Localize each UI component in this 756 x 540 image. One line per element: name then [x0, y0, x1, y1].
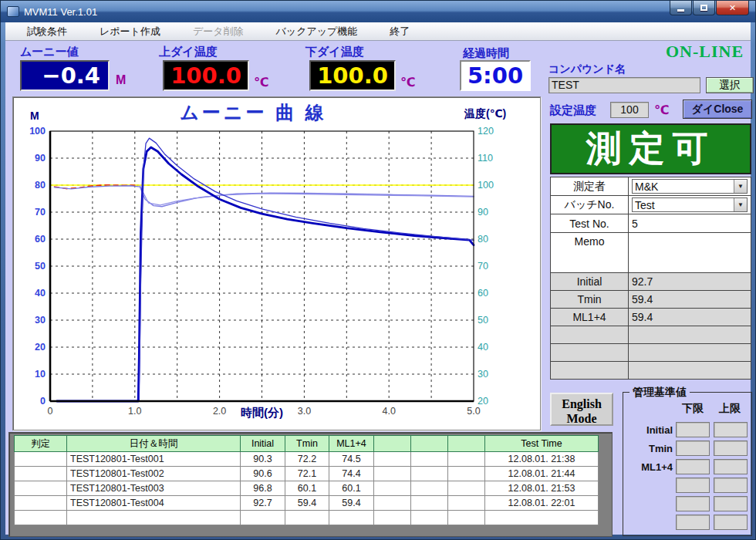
cell	[448, 511, 485, 525]
set-temp-label: 設定温度	[550, 103, 596, 118]
axis-tick-label: 0	[40, 396, 46, 407]
history-header-blank	[374, 436, 411, 452]
limit-input[interactable]	[714, 478, 748, 493]
cell: 72.2	[285, 452, 329, 467]
client-area: ムーニー値 −0.4 M 上ダイ温度 100.0 ℃ 下ダイ温度 100.0 ℃…	[5, 41, 751, 535]
cell: 12.08.01. 22:01	[485, 496, 599, 511]
limit-row-label-tmin: Tmin	[623, 443, 673, 454]
limit-input[interactable]	[676, 459, 710, 474]
cell: 74.5	[329, 452, 374, 467]
english-mode-button[interactable]: EnglishMode	[550, 393, 613, 426]
table-row[interactable]: TEST120801-Test00492.759.459.412.08.01. …	[15, 496, 599, 511]
close-button[interactable]: ✕	[716, 1, 749, 15]
axis-tick-label: 20	[35, 342, 46, 353]
history-panel: 判定日付＆時間InitialTminML1+4Test Time TEST120…	[8, 432, 613, 537]
cell	[485, 511, 599, 525]
maximize-button[interactable]	[693, 1, 715, 15]
measure-status-indicator: 測定可	[550, 123, 751, 174]
app-icon	[7, 6, 19, 17]
chevron-down-icon[interactable]: ▼	[734, 198, 747, 211]
cell	[15, 481, 67, 496]
limit-input[interactable]	[676, 440, 710, 456]
operator-combo[interactable]: M&K ▼	[632, 179, 748, 194]
empty-row	[551, 326, 629, 344]
cell	[411, 452, 448, 467]
axis-tick-label: 20	[478, 396, 488, 407]
menu-backup[interactable]: バックアップ機能	[265, 22, 369, 41]
memo-field[interactable]	[629, 233, 751, 273]
axis-tick-label: 30	[478, 369, 488, 380]
history-header-blank	[448, 436, 485, 452]
cell	[374, 496, 411, 511]
cell	[15, 467, 67, 481]
empty-row	[551, 362, 629, 380]
result-initial-label: Initial	[551, 273, 629, 291]
history-header-Initial: Initial	[241, 436, 285, 452]
cell: 96.8	[241, 481, 285, 496]
history-header-判定: 判定	[15, 436, 67, 452]
table-row[interactable]: TEST120801-Test00290.672.174.412.08.01. …	[15, 467, 599, 481]
control-limits-title: 管理基準値	[629, 386, 690, 400]
minimize-button[interactable]	[670, 1, 692, 15]
history-header-blank	[411, 436, 448, 452]
cell	[285, 511, 329, 525]
cell: 59.4	[285, 496, 329, 511]
menu-test-conditions[interactable]: 試験条件	[16, 22, 78, 41]
set-temp-field[interactable]: 100	[610, 102, 649, 118]
cell	[374, 467, 411, 481]
close-icon: ✕	[729, 3, 736, 13]
axis-tick-label: 120	[478, 126, 494, 137]
cell: 92.7	[241, 496, 285, 511]
axis-tick-label: 90	[478, 207, 488, 218]
axis-tick-label: 70	[35, 207, 46, 218]
operator-value: M&K	[633, 181, 734, 193]
axis-tick-label: 50	[478, 315, 488, 326]
limit-input[interactable]	[676, 496, 710, 511]
test-no-field[interactable]: 5	[629, 214, 751, 233]
limit-input[interactable]	[714, 515, 748, 530]
table-row[interactable]	[15, 511, 599, 525]
result-ml14-label: ML1+4	[551, 309, 629, 326]
history-header-ML1+4: ML1+4	[329, 436, 374, 452]
cell: 12.08.01. 21:53	[485, 481, 599, 496]
batch-no-value: Test	[633, 199, 734, 211]
set-temp-unit: ℃	[654, 103, 669, 117]
table-row[interactable]: TEST120801-Test00190.372.274.512.08.01. …	[15, 452, 599, 467]
mooney-unit: M	[116, 73, 126, 87]
limit-row-label-ml1+4: ML1+4	[623, 461, 673, 473]
limit-input[interactable]	[714, 422, 748, 437]
compound-name-label: コンパウンド名	[548, 62, 626, 76]
cell	[15, 452, 67, 467]
compound-select-button[interactable]: 選択	[706, 77, 754, 93]
limit-input[interactable]	[714, 459, 748, 474]
mooney-value-label: ムーニー値	[20, 45, 79, 59]
limit-input[interactable]	[676, 422, 710, 437]
x-axis-name: 時間(分)	[50, 406, 474, 420]
control-limits-group: 管理基準値 下限 上限 InitialTminML1+4	[623, 392, 752, 536]
menu-exit[interactable]: 終了	[379, 22, 420, 41]
menu-report[interactable]: レポート作成	[89, 22, 171, 41]
batch-no-combo[interactable]: Test ▼	[632, 197, 748, 212]
elapsed-time-label: 経過時間	[463, 46, 509, 61]
limit-input[interactable]	[676, 478, 710, 493]
cell: TEST120801-Test002	[67, 467, 241, 481]
table-row[interactable]: TEST120801-Test00396.860.160.112.08.01. …	[15, 481, 599, 496]
cell	[15, 496, 67, 511]
die-close-button[interactable]: ダイClose	[683, 100, 752, 119]
maximize-icon	[700, 5, 707, 11]
limit-input[interactable]	[676, 515, 710, 530]
result-initial-value: 92.7	[629, 273, 751, 291]
cell: 90.6	[241, 467, 285, 481]
cell	[411, 511, 448, 525]
axis-tick-label: 30	[35, 315, 46, 326]
compound-name-field[interactable]: TEST	[548, 77, 700, 93]
axis-tick-label: 100	[478, 180, 494, 191]
chevron-down-icon[interactable]: ▼	[734, 180, 747, 193]
result-tmin-label: Tmin	[551, 291, 629, 309]
title-bar: MVM11 Ver.1.01 ✕	[1, 1, 755, 22]
limit-input[interactable]	[714, 496, 748, 511]
menu-bar: 試験条件 レポート作成 データ削除 バックアップ機能 終了	[5, 22, 751, 41]
limit-input[interactable]	[714, 440, 748, 456]
cell: 60.1	[329, 481, 374, 496]
cell	[374, 511, 411, 525]
